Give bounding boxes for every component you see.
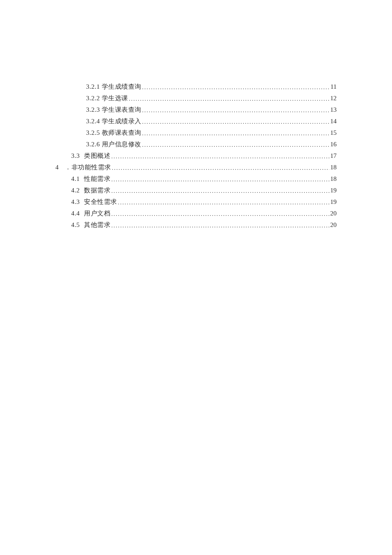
toc-page: 19: [330, 185, 337, 196]
toc-number: 4.1: [71, 173, 80, 185]
toc-title: 安全性需求: [84, 198, 117, 205]
toc-entry: 3.2.6用户信息修改 16: [86, 139, 337, 150]
toc-number: 3.2.3: [86, 104, 100, 116]
toc-number: 4: [55, 162, 59, 173]
toc-entry: 4.4用户文档 20: [71, 208, 337, 219]
toc-title: 用户信息修改: [102, 141, 141, 148]
toc-page: 20: [330, 219, 337, 231]
toc-page: 11: [331, 81, 337, 93]
toc-number: 3.2.4: [86, 116, 100, 127]
toc-number: 3.2.2: [86, 93, 100, 104]
toc-entry: 4.3安全性需求 19: [71, 196, 337, 208]
toc-page: 12: [330, 93, 337, 104]
toc-number: 3.2.5: [86, 127, 100, 139]
toc-entry: 3.3类图概述 17: [71, 150, 337, 162]
toc-entry: 3.2.4学生成绩录入 14: [86, 116, 337, 127]
toc-page: 20: [330, 208, 337, 219]
toc-title: 用户文档: [84, 210, 110, 217]
toc-page: 17: [330, 150, 337, 162]
toc-entry: 3.2.1学生成绩查询 11: [86, 81, 337, 93]
toc-leader: [111, 220, 329, 231]
toc-number: 4.2: [71, 185, 80, 196]
toc-leader: [142, 128, 330, 139]
toc-page: 19: [330, 196, 337, 208]
toc-leader: [112, 162, 330, 174]
toc-leader: [142, 116, 330, 128]
toc-title: 性能需求: [84, 175, 110, 182]
toc-title: 教师课表查询: [102, 129, 141, 136]
toc-leader: [111, 208, 329, 220]
toc-entry: 4．非功能性需求 18: [55, 162, 337, 173]
toc-entry: 4.5其他需求 20: [71, 219, 337, 231]
toc-number: 4.3: [71, 196, 80, 208]
toc-number: 3.2.1: [86, 81, 100, 93]
toc-leader: [142, 81, 330, 93]
toc-page: 16: [330, 139, 337, 150]
toc-title: 学生成绩查询: [102, 83, 141, 90]
toc-title: 学生成绩录入: [102, 118, 141, 125]
toc-title: 学生选课: [102, 95, 128, 102]
toc-leader: [142, 105, 330, 116]
toc-entry: 3.2.2学生选课 12: [86, 93, 337, 104]
toc-title: 数据需求: [84, 187, 110, 194]
toc-entry: 3.2.5教师课表查询 15: [86, 127, 337, 139]
toc-leader: [111, 185, 329, 197]
toc-page: 18: [330, 173, 337, 185]
toc-entry: 3.2.3学生课表查询 13: [86, 104, 337, 116]
toc-title: ．非功能性需求: [65, 164, 111, 171]
toc-leader: [129, 93, 330, 105]
toc-entry: 4.1性能需求 18: [71, 173, 337, 185]
toc-page: 15: [330, 127, 337, 139]
toc-title: 其他需求: [84, 221, 110, 228]
toc-container: 3.2.1学生成绩查询 11 3.2.2学生选课 12 3.2.3学生课表查询 …: [55, 81, 337, 231]
toc-leader: [111, 174, 329, 185]
toc-page: 14: [330, 116, 337, 127]
toc-page: 18: [330, 162, 337, 173]
toc-leader: [142, 139, 330, 151]
toc-number: 4.5: [71, 219, 80, 231]
toc-title: 学生课表查询: [102, 106, 141, 113]
toc-number: 4.4: [71, 208, 80, 219]
toc-number: 3.3: [71, 150, 80, 162]
toc-title: 类图概述: [84, 152, 110, 159]
toc-leader: [111, 151, 329, 162]
toc-page: 13: [330, 104, 337, 116]
toc-leader: [118, 197, 329, 208]
toc-number: 3.2.6: [86, 139, 100, 150]
toc-entry: 4.2数据需求 19: [71, 185, 337, 196]
